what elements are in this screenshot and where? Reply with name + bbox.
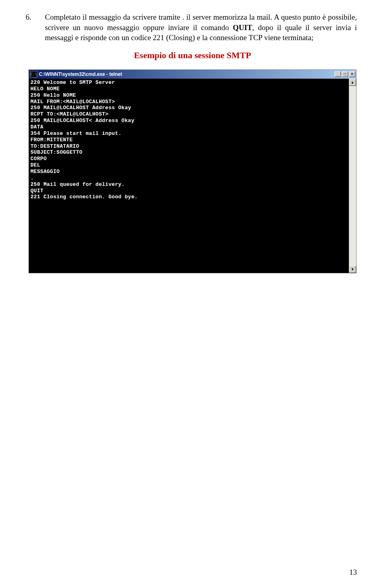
- para-part-1: Completato il messaggio da scrivere tram…: [45, 13, 182, 21]
- terminal-output[interactable]: 220 Welcome to SMTP Server HELO NOME 250…: [29, 79, 349, 273]
- scroll-up-button[interactable]: ▲: [349, 79, 356, 86]
- document-page: 6.Completato il messaggio da scrivere tr…: [0, 0, 385, 588]
- scroll-down-button[interactable]: ▼: [349, 266, 356, 273]
- minimize-button[interactable]: _: [334, 71, 341, 77]
- scroll-track[interactable]: [349, 86, 356, 266]
- maximize-button[interactable]: □: [342, 71, 348, 77]
- example-heading: Esempio di una sessione SMTP: [28, 50, 357, 61]
- cmd-icon: C:\: [30, 71, 37, 77]
- cmd-icon-text: C:\: [30, 72, 37, 76]
- para-bold-quit: QUIT: [233, 23, 252, 32]
- scrollbar[interactable]: ▲ ▼: [349, 79, 356, 273]
- window-buttons: _ □ ×: [334, 71, 355, 77]
- window-title: C:\WINNT\system32\cmd.exe - telnet: [39, 71, 334, 77]
- close-button[interactable]: ×: [349, 71, 355, 77]
- window-titlebar: C:\ C:\WINNT\system32\cmd.exe - telnet _…: [29, 70, 356, 79]
- page-number: 13: [349, 568, 357, 577]
- list-item-6: 6.Completato il messaggio da scrivere tr…: [28, 12, 357, 43]
- list-number: 6.: [35, 12, 45, 22]
- terminal-window: C:\ C:\WINNT\system32\cmd.exe - telnet _…: [28, 69, 357, 273]
- terminal-body-wrap: 220 Welcome to SMTP Server HELO NOME 250…: [29, 79, 356, 273]
